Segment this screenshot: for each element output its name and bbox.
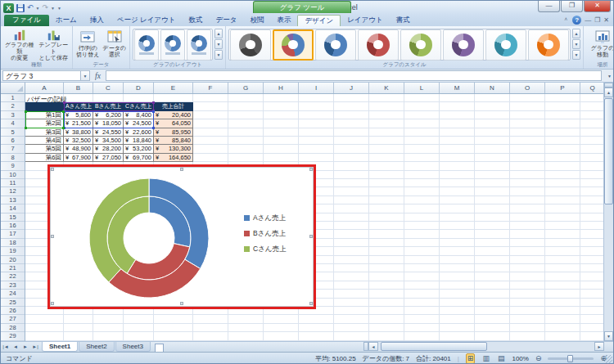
- workbook-close-icon[interactable]: ✕: [603, 16, 609, 24]
- column-header-L[interactable]: L: [404, 83, 440, 93]
- row-header-22[interactable]: 22: [1, 272, 25, 281]
- name-box-dropdown-icon[interactable]: ▼: [81, 70, 90, 81]
- cell-total[interactable]: ¥85,950: [154, 128, 193, 137]
- zoom-out-icon[interactable]: ⊖: [535, 355, 542, 362]
- category-range-handle[interactable]: [62, 110, 65, 113]
- scroll-down-icon[interactable]: ▼: [604, 331, 613, 341]
- header-cell-Aさん売上[interactable]: Aさん売上: [64, 102, 93, 110]
- row-header-10[interactable]: 10: [1, 171, 25, 179]
- row-header-7[interactable]: 7: [1, 145, 25, 153]
- vertical-scroll-thumb[interactable]: [604, 98, 613, 204]
- series-name-range-handle[interactable]: [152, 101, 155, 104]
- cell-value[interactable]: ¥21,500: [64, 119, 93, 128]
- category-range-handle[interactable]: [25, 127, 27, 129]
- column-header-N[interactable]: N: [475, 83, 510, 93]
- sheet-tab-Sheet1[interactable]: Sheet1: [42, 342, 78, 352]
- chart-style-thumb-style-red[interactable]: [358, 29, 399, 61]
- cell-total[interactable]: ¥164,650: [154, 154, 193, 162]
- switch-row-column-button[interactable]: 行/列の 切り替え: [74, 28, 102, 61]
- formula-input[interactable]: [106, 70, 602, 81]
- tab-データ[interactable]: データ: [209, 15, 243, 26]
- collapse-ribbon-icon[interactable]: ＾: [562, 16, 569, 25]
- chart-style-thumb-style-orange[interactable]: [528, 29, 569, 61]
- column-header-D[interactable]: D: [124, 83, 154, 93]
- legend-item-Aさん売上[interactable]: Aさん売上: [244, 210, 287, 226]
- column-header-M[interactable]: M: [440, 83, 475, 93]
- tab-数式[interactable]: 数式: [182, 15, 209, 26]
- tab-レイアウト[interactable]: レイアウト: [341, 15, 390, 26]
- page-break-view-icon[interactable]: ▤: [497, 354, 506, 363]
- row-header-9[interactable]: 9: [1, 162, 25, 170]
- scroll-left-icon[interactable]: ◄: [368, 342, 378, 351]
- expand-formula-bar-icon[interactable]: ▼: [607, 74, 612, 79]
- column-header-C[interactable]: C: [93, 83, 124, 93]
- scroll-up-icon[interactable]: ▲: [604, 88, 613, 97]
- cell-value[interactable]: ¥48,900: [64, 145, 93, 153]
- chart-style-thumb-style-monochrome[interactable]: [230, 29, 271, 61]
- cell-label-第1回[interactable]: 第1回: [25, 111, 64, 119]
- cell-value[interactable]: ¥28,200: [93, 145, 124, 153]
- insert-function-icon[interactable]: fx: [90, 72, 106, 80]
- chart-selection-handle[interactable]: [309, 168, 313, 171]
- column-header-O[interactable]: O: [510, 83, 545, 93]
- cell-total[interactable]: ¥20,400: [154, 111, 193, 119]
- column-header-E[interactable]: E: [154, 83, 193, 93]
- sheet-tab-Sheet2[interactable]: Sheet2: [79, 342, 114, 352]
- page-layout-view-icon[interactable]: ▥: [481, 354, 490, 363]
- column-header-Q[interactable]: Q: [580, 83, 605, 93]
- row-header-25[interactable]: 25: [1, 299, 25, 307]
- chart-layout-thumb-layout-3[interactable]: [187, 29, 211, 61]
- row-header-21[interactable]: 21: [1, 264, 25, 272]
- legend-item-Bさん売上[interactable]: Bさん売上: [244, 226, 287, 241]
- layouts-scroll-down-icon[interactable]: ▼: [214, 39, 223, 49]
- chart-selection-handle[interactable]: [51, 302, 54, 305]
- minimize-button[interactable]: —: [538, 1, 560, 12]
- restore-button[interactable]: ❐: [561, 1, 583, 12]
- last-sheet-icon[interactable]: ►|: [30, 342, 40, 352]
- chart-selection-handle[interactable]: [51, 235, 54, 238]
- chart-selection-handle[interactable]: [309, 235, 313, 238]
- tab-デザイン[interactable]: デザイン: [297, 15, 341, 26]
- legend-item-Cさん売上[interactable]: Cさん売上: [244, 241, 287, 257]
- workbook-minimize-icon[interactable]: —: [585, 16, 591, 24]
- cell-total[interactable]: ¥85,840: [154, 137, 193, 145]
- cell-A2[interactable]: [25, 102, 64, 110]
- chart-layout-thumb-layout-2[interactable]: [160, 29, 185, 61]
- select-data-button[interactable]: データの 選択: [102, 28, 129, 61]
- cell-value[interactable]: ¥24,500: [124, 119, 154, 128]
- cell-value[interactable]: ¥24,550: [93, 128, 124, 137]
- row-header-13[interactable]: 13: [1, 196, 25, 204]
- row-header-20[interactable]: 20: [1, 256, 25, 264]
- row-header-14[interactable]: 14: [1, 204, 25, 213]
- tab-ページ レイアウト[interactable]: ページ レイアウト: [111, 15, 183, 26]
- chart-legend[interactable]: Aさん売上Bさん売上Cさん売上: [244, 210, 287, 257]
- vertical-scrollbar[interactable]: ▲ ▼: [603, 83, 613, 341]
- layouts-scroll-up-icon[interactable]: ▲: [214, 29, 223, 38]
- category-range-handle[interactable]: [25, 110, 27, 113]
- row-header-28[interactable]: 28: [1, 324, 25, 332]
- row-header-15[interactable]: 15: [1, 213, 25, 222]
- chart-data-range-handle[interactable]: [152, 127, 155, 129]
- chart-data-range-handle[interactable]: [152, 110, 155, 113]
- column-header-A[interactable]: A: [25, 83, 64, 93]
- change-chart-type-button[interactable]: グラフの種類 の変更: [2, 28, 37, 61]
- row-header-24[interactable]: 24: [1, 290, 25, 298]
- cell-label-第2回[interactable]: 第2回: [25, 119, 64, 128]
- chart-style-thumb-style-teal[interactable]: [485, 29, 526, 61]
- cell-value[interactable]: ¥18,050: [93, 119, 124, 128]
- cell-label-第6回[interactable]: 第6回: [25, 154, 64, 162]
- chart-object[interactable]: Aさん売上Bさん売上Cさん売上: [50, 167, 314, 307]
- chart-selection-handle[interactable]: [180, 302, 183, 305]
- column-header-H[interactable]: H: [264, 83, 299, 93]
- chart-selection-handle[interactable]: [180, 168, 183, 171]
- normal-view-icon[interactable]: ⊞: [466, 353, 476, 364]
- layouts-more-icon[interactable]: ▼: [214, 50, 223, 60]
- column-header-F[interactable]: F: [193, 83, 228, 93]
- column-header-K[interactable]: K: [369, 83, 404, 93]
- scroll-right-icon[interactable]: ►: [594, 342, 604, 351]
- row-header-16[interactable]: 16: [1, 222, 25, 230]
- row-header-17[interactable]: 17: [1, 230, 25, 238]
- chart-style-thumb-style-purple[interactable]: [443, 29, 484, 61]
- cell-value[interactable]: ¥34,500: [93, 137, 124, 145]
- cell-total[interactable]: ¥130,300: [154, 145, 193, 153]
